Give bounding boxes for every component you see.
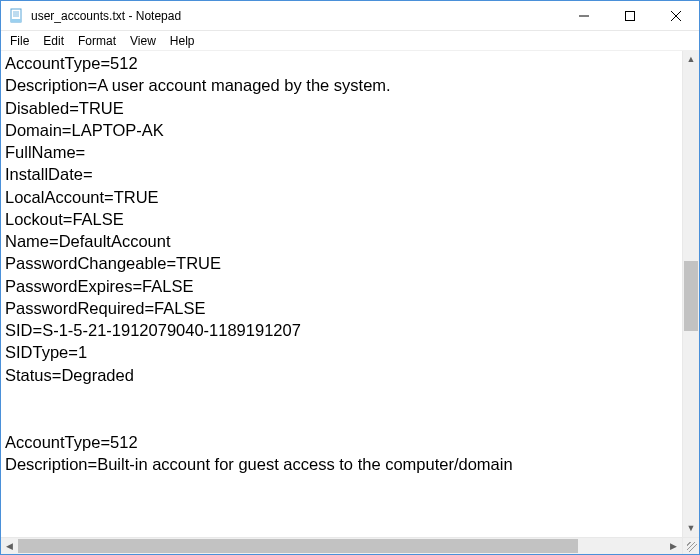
- scroll-down-arrow-icon[interactable]: ▼: [683, 520, 699, 537]
- scroll-up-arrow-icon[interactable]: ▲: [683, 51, 699, 68]
- editor-wrap: AccountType=512 Description=A user accou…: [1, 51, 699, 554]
- menu-edit[interactable]: Edit: [36, 33, 71, 49]
- svg-rect-1: [11, 19, 21, 22]
- menubar: File Edit Format View Help: [1, 31, 699, 51]
- notepad-icon: [9, 8, 25, 24]
- resize-grip[interactable]: [682, 538, 699, 554]
- titlebar: user_accounts.txt - Notepad: [1, 1, 699, 31]
- horizontal-scroll-thumb[interactable]: [18, 539, 578, 553]
- window-title: user_accounts.txt - Notepad: [31, 9, 561, 23]
- menu-file[interactable]: File: [3, 33, 36, 49]
- vertical-scroll-thumb[interactable]: [684, 261, 698, 331]
- horizontal-scrollbar[interactable]: ◀ ▶: [1, 538, 682, 554]
- maximize-button[interactable]: [607, 1, 653, 30]
- menu-help[interactable]: Help: [163, 33, 202, 49]
- window-controls: [561, 1, 699, 30]
- minimize-button[interactable]: [561, 1, 607, 30]
- vertical-scrollbar[interactable]: ▲ ▼: [682, 51, 699, 537]
- scroll-right-arrow-icon[interactable]: ▶: [665, 538, 682, 554]
- svg-rect-6: [626, 11, 635, 20]
- text-editor[interactable]: AccountType=512 Description=A user accou…: [1, 51, 682, 537]
- close-button[interactable]: [653, 1, 699, 30]
- menu-format[interactable]: Format: [71, 33, 123, 49]
- menu-view[interactable]: View: [123, 33, 163, 49]
- scroll-left-arrow-icon[interactable]: ◀: [1, 538, 18, 554]
